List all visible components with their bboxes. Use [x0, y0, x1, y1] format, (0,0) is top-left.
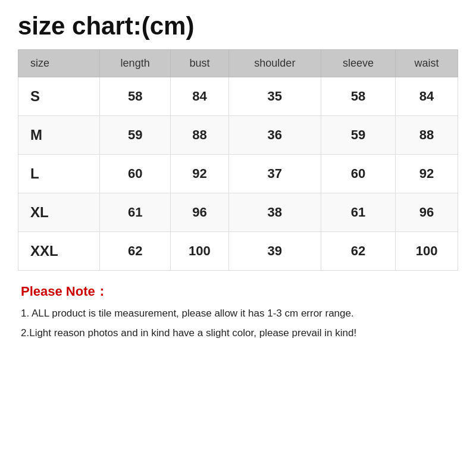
- cell-waist: 96: [396, 193, 458, 232]
- cell-bust: 88: [171, 116, 228, 155]
- cell-waist: 84: [396, 77, 458, 116]
- cell-sleeve: 60: [321, 155, 396, 193]
- please-note-heading: Please Note：: [21, 283, 455, 300]
- cell-shoulder: 37: [228, 155, 321, 193]
- col-header-length: length: [99, 50, 170, 77]
- notes-section: Please Note： 1. ALL product is tile meas…: [18, 278, 458, 349]
- col-header-waist: waist: [396, 50, 458, 77]
- note-2: 2.Light reason photos and in kind have a…: [21, 325, 455, 341]
- cell-shoulder: 39: [228, 232, 321, 271]
- cell-bust: 84: [171, 77, 228, 116]
- cell-size: XL: [18, 193, 100, 232]
- cell-bust: 100: [171, 232, 228, 271]
- cell-length: 58: [99, 77, 170, 116]
- cell-length: 59: [99, 116, 170, 155]
- cell-shoulder: 38: [228, 193, 321, 232]
- table-row: L6092376092: [18, 155, 458, 193]
- cell-length: 62: [99, 232, 170, 271]
- cell-waist: 92: [396, 155, 458, 193]
- table-row: XL6196386196: [18, 193, 458, 232]
- cell-size: XXL: [18, 232, 100, 271]
- col-header-size: size: [18, 50, 100, 77]
- size-chart-table: size length bust shoulder sleeve waist S…: [18, 49, 458, 271]
- col-header-shoulder: shoulder: [228, 50, 321, 77]
- main-container: size chart:(cm) size length bust shoulde…: [0, 0, 476, 476]
- cell-sleeve: 61: [321, 193, 396, 232]
- page-title: size chart:(cm): [18, 12, 458, 40]
- cell-size: S: [18, 77, 100, 116]
- col-header-bust: bust: [171, 50, 228, 77]
- cell-bust: 92: [171, 155, 228, 193]
- table-row: M5988365988: [18, 116, 458, 155]
- cell-size: M: [18, 116, 100, 155]
- cell-shoulder: 36: [228, 116, 321, 155]
- table-row: XXL621003962100: [18, 232, 458, 271]
- table-header-row: size length bust shoulder sleeve waist: [18, 50, 458, 77]
- note-1: 1. ALL product is tile measurement, plea…: [21, 305, 455, 321]
- table-row: S5884355884: [18, 77, 458, 116]
- col-header-sleeve: sleeve: [321, 50, 396, 77]
- cell-length: 61: [99, 193, 170, 232]
- cell-size: L: [18, 155, 100, 193]
- cell-waist: 88: [396, 116, 458, 155]
- cell-waist: 100: [396, 232, 458, 271]
- cell-sleeve: 59: [321, 116, 396, 155]
- cell-shoulder: 35: [228, 77, 321, 116]
- cell-length: 60: [99, 155, 170, 193]
- cell-sleeve: 62: [321, 232, 396, 271]
- cell-sleeve: 58: [321, 77, 396, 116]
- cell-bust: 96: [171, 193, 228, 232]
